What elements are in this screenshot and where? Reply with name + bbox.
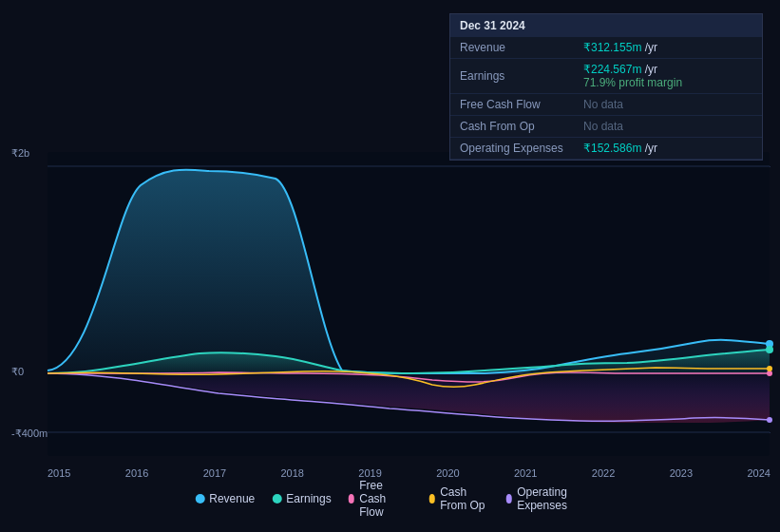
info-panel: Dec 31 2024 Revenue ₹312.155m /yr Earnin… [449, 13, 763, 161]
panel-date: Dec 31 2024 [450, 14, 762, 37]
earnings-dot-legend [272, 494, 281, 504]
x-label-2024: 2024 [747, 467, 770, 479]
revenue-row: Revenue ₹312.155m /yr [450, 37, 762, 59]
x-axis: 2015 2016 2017 2018 2019 2020 2021 2022 … [48, 467, 770, 479]
earnings-label: Earnings [450, 59, 574, 94]
cfo-row: Cash From Op No data [450, 116, 762, 138]
earnings-value: ₹224.567m /yr 71.9% profit margin [574, 59, 762, 94]
opex-row: Operating Expenses ₹152.586m /yr [450, 138, 762, 160]
opex-label: Operating Expenses [450, 138, 574, 160]
x-label-2016: 2016 [125, 467, 148, 479]
fcf-label: Free Cash Flow [450, 94, 574, 116]
x-label-2017: 2017 [203, 467, 226, 479]
earnings-dot [766, 346, 773, 353]
opex-value: ₹152.586m /yr [574, 138, 762, 160]
fcf-value: No data [574, 94, 762, 116]
x-label-2018: 2018 [280, 467, 303, 479]
opex-dot [767, 417, 772, 423]
legend: Revenue Earnings Free Cash Flow Cash Fro… [195, 479, 585, 519]
legend-opex-label: Operating Expenses [517, 485, 585, 512]
legend-cfo-label: Cash From Op [440, 485, 488, 512]
legend-revenue-label: Revenue [209, 492, 255, 505]
x-label-2022: 2022 [592, 467, 615, 479]
fcf-row: Free Cash Flow No data [450, 94, 762, 116]
cfo-value: No data [574, 116, 762, 138]
legend-opex: Operating Expenses [506, 485, 585, 512]
opex-dot-legend [506, 494, 513, 504]
x-label-2020: 2020 [436, 467, 459, 479]
legend-fcf: Free Cash Flow [349, 479, 412, 519]
legend-fcf-label: Free Cash Flow [359, 479, 411, 519]
cfo-dot [767, 366, 772, 371]
legend-cfo: Cash From Op [429, 485, 489, 512]
legend-earnings-label: Earnings [286, 492, 331, 505]
revenue-label: Revenue [450, 37, 574, 59]
fcf-dot-legend [349, 494, 355, 504]
earnings-row: Earnings ₹224.567m /yr 71.9% profit marg… [450, 59, 762, 94]
cfo-dot-legend [429, 494, 436, 504]
cfo-label: Cash From Op [450, 116, 574, 138]
legend-revenue: Revenue [195, 492, 255, 505]
x-label-2023: 2023 [670, 467, 693, 479]
x-label-2019: 2019 [358, 467, 381, 479]
x-label-2015: 2015 [48, 467, 70, 479]
revenue-dot-legend [195, 494, 204, 504]
x-label-2021: 2021 [514, 467, 537, 479]
revenue-value: ₹312.155m /yr [574, 37, 762, 59]
legend-earnings: Earnings [272, 492, 331, 505]
